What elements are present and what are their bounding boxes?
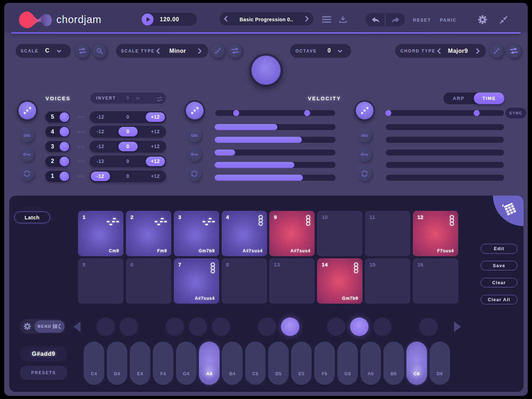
pad-10[interactable]: 10 bbox=[317, 211, 362, 256]
time-slider-handle-2[interactable] bbox=[473, 110, 480, 116]
pad-6[interactable]: 6 bbox=[126, 258, 171, 304]
scale-search-button[interactable] bbox=[92, 44, 107, 58]
voice-toggle-pill[interactable]: 3 bbox=[45, 141, 70, 152]
voice-toggle-pill[interactable]: 1 bbox=[45, 171, 70, 182]
undo-button[interactable] bbox=[371, 16, 380, 23]
chord-type-value[interactable]: Major9 bbox=[442, 47, 474, 54]
voice-toggle-dot[interactable] bbox=[60, 112, 69, 122]
scale-type-next-button[interactable] bbox=[198, 48, 202, 54]
segment-option-zero[interactable]: 0 bbox=[117, 156, 139, 167]
segment-option-zero[interactable]: 0 bbox=[117, 170, 139, 182]
bend-settings-button[interactable] bbox=[23, 322, 31, 330]
velocity-slider-handle-2[interactable] bbox=[304, 110, 310, 116]
invert-chevron-icon[interactable] bbox=[136, 97, 140, 100]
time-infinity-button[interactable] bbox=[358, 128, 372, 142]
velocity-loop-button[interactable] bbox=[187, 167, 201, 181]
clear-button[interactable]: Clear bbox=[481, 278, 517, 288]
segment-option-zero[interactable]: 0 bbox=[117, 111, 139, 123]
download-button[interactable] bbox=[339, 16, 347, 23]
white-key-7[interactable]: C5 bbox=[245, 342, 266, 385]
pad-5[interactable]: 5 bbox=[78, 258, 123, 304]
time-range-slider[interactable] bbox=[385, 110, 504, 116]
white-key-9[interactable]: E5 bbox=[291, 342, 312, 385]
white-key-13[interactable]: B5 bbox=[383, 342, 404, 385]
scale-type-prev-button[interactable] bbox=[156, 48, 160, 54]
black-key-3[interactable] bbox=[189, 317, 207, 336]
preset-next-button[interactable] bbox=[305, 16, 309, 22]
segment-option-minus[interactable]: -12 bbox=[90, 170, 111, 182]
white-key-2[interactable]: E4 bbox=[130, 342, 150, 385]
pad-15[interactable]: 15 bbox=[365, 258, 410, 304]
time-bar[interactable] bbox=[386, 137, 504, 143]
black-key-4[interactable] bbox=[212, 317, 230, 336]
velocity-bar[interactable] bbox=[215, 175, 336, 181]
preset-prev-button[interactable] bbox=[224, 16, 228, 22]
voice-key-icon[interactable] bbox=[77, 115, 85, 119]
voices-key-button[interactable] bbox=[20, 147, 34, 162]
white-key-5[interactable]: A4 bbox=[199, 342, 220, 385]
pad-14[interactable]: 14Gm7b9 bbox=[317, 258, 362, 304]
scale-value[interactable]: C bbox=[39, 47, 55, 54]
segment-option-plus[interactable]: +12 bbox=[145, 141, 166, 152]
voice-toggle-pill[interactable]: 2 bbox=[45, 156, 70, 167]
invert-value[interactable]: 0 bbox=[122, 95, 133, 101]
velocity-range-slider[interactable] bbox=[215, 110, 335, 116]
white-key-1[interactable]: D4 bbox=[107, 342, 127, 385]
voice-toggle-dot[interactable] bbox=[60, 157, 69, 166]
voice-key-icon[interactable] bbox=[77, 130, 85, 134]
octave-value[interactable]: 0 bbox=[321, 47, 337, 54]
scale-type-value[interactable]: Minor bbox=[161, 47, 194, 54]
preset-name[interactable]: Basic Progression 0.. bbox=[231, 17, 302, 22]
main-knob[interactable] bbox=[249, 54, 283, 87]
voice-toggle-dot[interactable] bbox=[60, 142, 69, 151]
settings-button[interactable] bbox=[478, 15, 487, 24]
white-key-11[interactable]: G5 bbox=[337, 342, 358, 385]
time-key-button[interactable] bbox=[358, 147, 372, 162]
time-loop-button[interactable] bbox=[358, 167, 372, 181]
segment-option-minus[interactable]: -12 bbox=[90, 156, 111, 167]
time-slider-handle-1[interactable] bbox=[386, 110, 392, 116]
chord-type-next-button[interactable] bbox=[476, 48, 480, 54]
pad-13[interactable]: 13 bbox=[269, 258, 315, 304]
white-key-4[interactable]: G4 bbox=[176, 342, 196, 385]
latch-button[interactable]: Latch bbox=[14, 212, 50, 223]
sync-pill[interactable]: SYNC bbox=[505, 108, 526, 118]
velocity-slider-handle-1[interactable] bbox=[233, 110, 239, 116]
segment-option-plus[interactable]: +12 bbox=[145, 156, 166, 167]
white-key-6[interactable]: B4 bbox=[222, 342, 243, 385]
time-random-knob[interactable] bbox=[354, 100, 375, 121]
white-key-0[interactable]: C4 bbox=[84, 342, 104, 385]
velocity-random-knob[interactable] bbox=[184, 100, 205, 121]
chord-type-prev-button[interactable] bbox=[437, 48, 441, 54]
white-key-15[interactable]: D6 bbox=[430, 342, 450, 385]
pad-9[interactable]: 9A#7sus4 bbox=[269, 211, 315, 256]
voices-infinity-button[interactable] bbox=[20, 128, 34, 142]
white-key-8[interactable]: D5 bbox=[268, 342, 289, 385]
velocity-infinity-button[interactable] bbox=[187, 128, 201, 142]
pad-7[interactable]: 7A#7sus4 bbox=[174, 258, 219, 304]
segment-option-minus[interactable]: -12 bbox=[90, 141, 111, 152]
bend-toggle[interactable]: BEND bbox=[34, 320, 65, 333]
white-key-14[interactable]: C6 bbox=[406, 342, 427, 385]
scale-chevron-icon[interactable] bbox=[57, 49, 61, 52]
segment-option-minus[interactable]: -12 bbox=[90, 111, 111, 123]
white-key-10[interactable]: F5 bbox=[314, 342, 335, 385]
velocity-bar[interactable] bbox=[215, 162, 336, 168]
pad-12[interactable]: 12F7sus4 bbox=[413, 211, 458, 256]
time-bar[interactable] bbox=[386, 162, 504, 168]
voice-toggle-pill[interactable]: 5 bbox=[45, 112, 70, 123]
white-key-12[interactable]: A5 bbox=[360, 342, 381, 385]
keyboard-scroll-right[interactable] bbox=[454, 321, 461, 332]
presets-button[interactable]: PRESETS bbox=[20, 366, 67, 380]
black-key-1[interactable] bbox=[120, 317, 138, 336]
black-key-0[interactable] bbox=[96, 317, 115, 336]
time-bar[interactable] bbox=[386, 175, 504, 181]
black-key-5[interactable] bbox=[258, 317, 276, 336]
invert-swap-icon[interactable] bbox=[156, 96, 163, 102]
velocity-key-button[interactable] bbox=[187, 147, 201, 162]
time-bar[interactable] bbox=[386, 150, 504, 156]
menu-button[interactable] bbox=[322, 16, 331, 23]
voice-key-icon[interactable] bbox=[77, 174, 85, 178]
velocity-bar[interactable] bbox=[215, 124, 336, 130]
voice-key-icon[interactable] bbox=[77, 145, 85, 149]
